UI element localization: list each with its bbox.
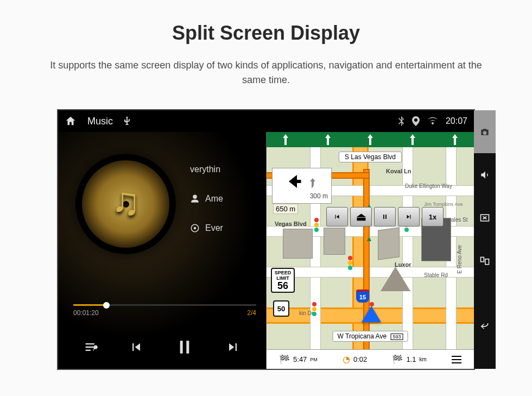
svg-rect-4 xyxy=(485,259,489,264)
now-playing-row: verythin xyxy=(190,165,266,174)
device-frame: Music 20:07 ♫ verythin xyxy=(57,109,475,370)
status-app-label: Music xyxy=(87,116,113,127)
page-subtitle: It supports the same screen display of t… xyxy=(0,45,532,109)
map-label: Luxor xyxy=(395,261,411,268)
artist-partial: Ame xyxy=(205,194,223,204)
track-title-partial: verythin xyxy=(190,165,220,174)
building xyxy=(378,227,400,260)
map-label: kin Dr xyxy=(299,310,313,316)
eta-value: 5:47 xyxy=(293,355,307,363)
speed-limit-sign: SPEED LIMIT 56 xyxy=(271,268,295,293)
lane-arrow xyxy=(447,132,463,147)
flag-icon: 🏁 xyxy=(392,354,403,364)
status-bar: Music 20:07 xyxy=(58,110,474,132)
distance-value: 1.1 xyxy=(406,355,416,363)
progress-area: 00:01:20 2/4 xyxy=(73,304,256,317)
time-elapsed: 00:01:20 xyxy=(73,309,99,317)
person-icon xyxy=(190,194,200,204)
svg-rect-3 xyxy=(481,257,484,261)
next-button[interactable] xyxy=(225,340,240,355)
nav-footer: 🏁 5:47PM ◔ 0:02 🏁 1.1 km xyxy=(267,349,474,369)
footer-menu-button[interactable] xyxy=(452,356,461,363)
music-note-icon: ♫ xyxy=(111,179,141,223)
sim-pause-button[interactable] xyxy=(374,207,396,227)
traffic-light-icon xyxy=(314,218,319,232)
usb-icon xyxy=(124,116,130,126)
recent-apps-button[interactable] xyxy=(474,240,496,282)
navigation-pane: ▲ ▲ ◀ Koval Ln Duke Ellington Way Vegas xyxy=(266,132,474,369)
turn-instruction: 300 m xyxy=(272,168,332,204)
disc-icon xyxy=(190,223,200,233)
map-label: E Reno Ave xyxy=(457,245,463,274)
sim-next-button[interactable] xyxy=(398,207,420,227)
map-label: ales St xyxy=(451,217,468,223)
route-direction-arrow: ▲ xyxy=(365,234,373,243)
svg-point-1 xyxy=(194,227,197,230)
sim-prev-button[interactable] xyxy=(326,207,348,227)
side-control-strip xyxy=(474,110,496,369)
lane-arrow xyxy=(277,132,294,147)
camera-button[interactable] xyxy=(474,110,496,153)
bluetooth-icon xyxy=(398,116,404,126)
next-partial: Ever xyxy=(205,223,223,233)
turn-secondary-icon xyxy=(307,178,318,191)
music-pane: ♫ verythin Ame Ever xyxy=(58,132,266,369)
building xyxy=(324,228,345,255)
street-bottom-name: W Tropicana Ave xyxy=(338,332,387,340)
speed-limit-label: SPEED LIMIT xyxy=(272,270,294,281)
volume-button[interactable] xyxy=(474,153,496,196)
artist-row: Ame xyxy=(190,194,266,204)
home-icon[interactable] xyxy=(65,115,77,127)
speed-limit-value: 56 xyxy=(272,281,294,291)
route-sign: 50 xyxy=(273,300,289,317)
map-label: Koval Ln xyxy=(386,168,411,174)
duration-value: 0:02 xyxy=(353,355,367,363)
map-label: Duke Ellington Way xyxy=(405,183,452,189)
next-row: Ever xyxy=(190,223,266,233)
sim-controls: ⏏ 1x xyxy=(326,207,444,227)
nav-top-bar xyxy=(267,132,474,147)
turn-left-icon xyxy=(286,172,305,191)
footer-eta: 🏁 5:47PM xyxy=(279,354,318,364)
sim-speed-button[interactable]: 1x xyxy=(422,207,444,227)
lane-arrow xyxy=(320,132,336,147)
building xyxy=(283,229,313,259)
track-index: 2/4 xyxy=(247,309,256,317)
sim-stop-button[interactable]: ⏏ xyxy=(350,207,372,227)
flag-icon: 🏁 xyxy=(279,354,290,364)
back-button[interactable] xyxy=(474,282,496,369)
distance-unit: km xyxy=(419,356,426,362)
route-line xyxy=(364,170,369,349)
street-label-top: S Las Vegas Blvd xyxy=(339,152,402,162)
previous-button[interactable] xyxy=(129,340,144,355)
map-label: Jim Tompkins Ave xyxy=(424,202,463,207)
close-screen-button[interactable] xyxy=(474,197,496,240)
lane-arrow xyxy=(362,132,378,147)
traffic-light-icon xyxy=(312,302,316,316)
street-bottom-badge: 593 xyxy=(390,334,403,340)
vehicle-marker xyxy=(362,306,381,322)
traffic-light-icon xyxy=(348,256,352,270)
clock-icon: ◔ xyxy=(343,354,350,364)
location-icon xyxy=(412,116,420,126)
playlist-icon[interactable] xyxy=(84,340,99,355)
progress-thumb[interactable] xyxy=(103,302,110,309)
map-label: Stable Rd xyxy=(424,272,448,278)
lane-arrow xyxy=(404,132,421,147)
turn-secondary-distance: 300 m xyxy=(310,192,328,200)
music-controls xyxy=(58,336,266,358)
road xyxy=(402,147,413,349)
interstate-shield: 15 xyxy=(356,290,369,303)
progress-bar[interactable] xyxy=(73,304,256,306)
album-art: ♫ xyxy=(75,154,176,254)
track-list: verythin Ame Ever xyxy=(190,165,266,233)
status-time: 20:07 xyxy=(446,116,467,126)
wifi-icon xyxy=(427,117,438,125)
pause-button[interactable] xyxy=(174,336,195,358)
progress-fill xyxy=(73,304,106,306)
footer-distance: 🏁 1.1 km xyxy=(392,354,426,364)
street-label-bottom: W Tropicana Ave 593 xyxy=(333,331,408,342)
page-title: Split Screen Display xyxy=(0,0,532,45)
map-label: Vegas Blvd xyxy=(275,221,307,227)
footer-duration: ◔ 0:02 xyxy=(343,354,367,364)
